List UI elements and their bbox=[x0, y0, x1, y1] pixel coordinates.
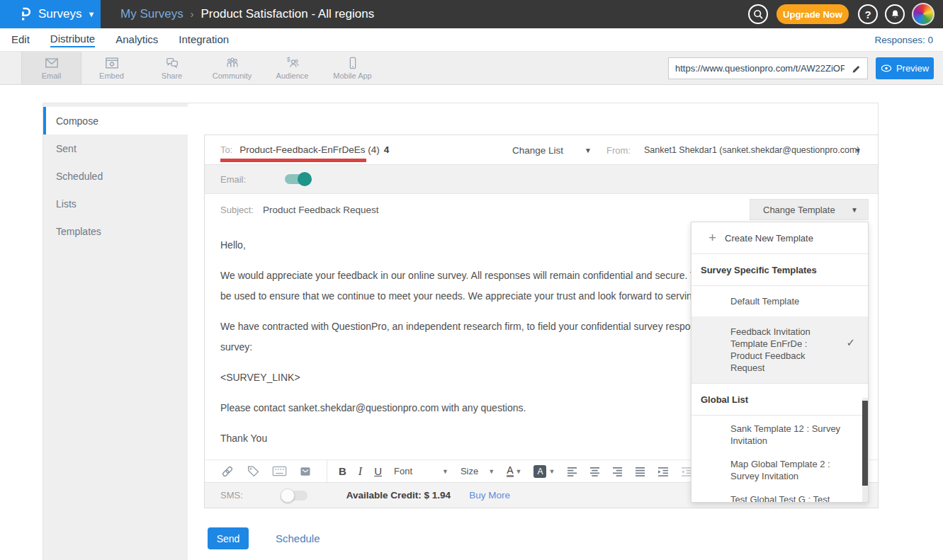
sms-toggle[interactable] bbox=[282, 491, 307, 501]
survey-url-box bbox=[668, 57, 868, 79]
subject-label: Subject: bbox=[220, 205, 254, 215]
schedule-link[interactable]: Schedule bbox=[276, 532, 320, 544]
create-new-template-item[interactable]: + Create New Template bbox=[691, 222, 868, 254]
breadcrumb-current: Product Satisfaction - All regions bbox=[201, 7, 374, 21]
link-icon bbox=[220, 464, 235, 479]
channel-share[interactable]: Share bbox=[142, 52, 202, 84]
align-center-button[interactable] bbox=[589, 467, 600, 476]
app: Surveys ▼ My Surveys › Product Satisfact… bbox=[0, 0, 943, 560]
template-item-sank-12[interactable]: Sank Template 12 : Survey Invitation bbox=[730, 423, 849, 447]
chevron-down-icon[interactable]: ▼ bbox=[854, 135, 862, 165]
tab-analytics[interactable]: Analytics bbox=[115, 33, 158, 47]
tab-edit[interactable]: Edit bbox=[11, 33, 30, 47]
preview-button[interactable]: Preview bbox=[876, 57, 934, 79]
insert-link-button[interactable] bbox=[220, 464, 235, 479]
sidebar-item-sent[interactable]: Sent bbox=[43, 135, 188, 162]
fill-color-glyph: A bbox=[533, 465, 546, 478]
change-list-label: Change List bbox=[512, 145, 563, 156]
sidebar-item-templates[interactable]: Templates bbox=[43, 217, 188, 245]
indent-icon bbox=[657, 467, 669, 476]
community-icon bbox=[225, 56, 240, 70]
distribute-toolbar: Email Embed Share Community bbox=[0, 52, 943, 85]
scrollbar-thumb[interactable] bbox=[862, 401, 868, 486]
from-sender-value[interactable]: Sanket1 Shekdar1 (sanket.shekdar@questio… bbox=[644, 135, 860, 165]
toggle-knob bbox=[298, 172, 312, 186]
edit-url-button[interactable] bbox=[846, 58, 867, 79]
top-header: Surveys ▼ My Surveys › Product Satisfact… bbox=[0, 0, 943, 28]
check-icon: ✓ bbox=[846, 336, 855, 348]
tab-integration[interactable]: Integration bbox=[179, 33, 229, 47]
sidebar-item-compose[interactable]: Compose bbox=[43, 107, 188, 135]
italic-button[interactable]: I bbox=[358, 465, 362, 478]
change-list-dropdown[interactable]: Change List ▼ bbox=[512, 135, 592, 165]
text-color-button[interactable]: A ▼ bbox=[507, 465, 521, 477]
upgrade-now-button[interactable]: Upgrade Now bbox=[777, 4, 849, 24]
email-toggle[interactable] bbox=[285, 174, 310, 184]
subject-row: Subject: Product Feedback Request Change… bbox=[205, 194, 878, 225]
channel-label: Community bbox=[213, 72, 252, 80]
questionpro-logo-icon bbox=[20, 6, 31, 23]
channel-mobile-app[interactable]: Mobile App bbox=[322, 52, 383, 84]
channel-label: Audience bbox=[276, 72, 309, 80]
available-credit: Available Credit: $ 1.94 bbox=[346, 490, 451, 501]
underline-button[interactable]: U bbox=[374, 465, 382, 477]
preview-label: Preview bbox=[896, 63, 929, 74]
chevron-down-icon: ▼ bbox=[548, 468, 555, 475]
channel-label: Email bbox=[42, 72, 62, 80]
align-justify-button[interactable] bbox=[635, 467, 645, 476]
font-family-select[interactable]: Font ▼ bbox=[394, 466, 448, 476]
align-left-button[interactable] bbox=[567, 467, 577, 476]
keyboard-button[interactable] bbox=[272, 465, 287, 477]
merge-tag-button[interactable] bbox=[247, 464, 260, 478]
email-preview-button[interactable] bbox=[299, 465, 312, 478]
email-toggle-label: Email: bbox=[220, 174, 246, 185]
sms-toggle-label: SMS: bbox=[220, 490, 243, 501]
template-item-test-global-g[interactable]: Test Global Test G : Test RAA G bbox=[730, 493, 849, 503]
user-avatar[interactable] bbox=[912, 3, 934, 25]
background-color-button[interactable]: A ▼ bbox=[533, 465, 555, 478]
breadcrumb-my-surveys[interactable]: My Surveys bbox=[120, 7, 183, 21]
sidebar-item-lists[interactable]: Lists bbox=[43, 190, 188, 217]
to-list-underline bbox=[220, 159, 366, 162]
chevron-down-icon: ▼ bbox=[516, 468, 522, 475]
survey-url-input[interactable] bbox=[669, 63, 846, 74]
tab-distribute[interactable]: Distribute bbox=[50, 33, 95, 47]
create-new-template-label: Create New Template bbox=[725, 233, 813, 244]
change-template-menu: + Create New Template Survey Specific Te… bbox=[691, 222, 869, 503]
mobile-phone-icon bbox=[345, 56, 361, 70]
font-size-select[interactable]: Size ▼ bbox=[461, 466, 495, 476]
chevron-down-icon: ▼ bbox=[851, 206, 858, 214]
audience-icon: $ bbox=[285, 56, 300, 70]
menu-scrollbar[interactable] bbox=[862, 398, 868, 503]
bold-button[interactable]: B bbox=[339, 465, 346, 477]
notifications-button[interactable] bbox=[885, 4, 905, 24]
send-button[interactable]: Send bbox=[208, 527, 249, 549]
question-mark-icon: ? bbox=[864, 8, 871, 21]
channel-email[interactable]: Email bbox=[21, 52, 81, 84]
indent-button[interactable] bbox=[657, 467, 669, 476]
template-item-feedback-invitation[interactable]: Feedback Invitation Template EnFrDe : Pr… bbox=[691, 316, 868, 384]
channel-community[interactable]: Community bbox=[202, 52, 262, 84]
product-switcher[interactable]: Surveys ▼ bbox=[0, 0, 101, 28]
template-item-default[interactable]: Default Template bbox=[691, 286, 868, 316]
subject-value[interactable]: Product Feedback Request bbox=[263, 205, 379, 215]
mail-image-icon bbox=[299, 465, 312, 478]
channel-embed[interactable]: Embed bbox=[81, 52, 142, 84]
buy-more-link[interactable]: Buy More bbox=[469, 490, 510, 501]
search-button[interactable] bbox=[748, 4, 768, 24]
product-menu-label: Surveys bbox=[38, 7, 81, 21]
global-template-list: Sank Template 12 : Survey Invitation Map… bbox=[691, 416, 868, 503]
channel-audience[interactable]: $ Audience bbox=[262, 52, 322, 84]
chevron-down-icon: ▼ bbox=[488, 468, 495, 475]
help-button[interactable]: ? bbox=[858, 4, 878, 24]
from-label: From: bbox=[606, 135, 631, 165]
align-right-button[interactable] bbox=[612, 467, 623, 476]
plus-icon: + bbox=[708, 230, 716, 246]
channel-label: Share bbox=[162, 72, 182, 80]
change-template-label: Change Template bbox=[763, 205, 835, 215]
change-template-button[interactable]: Change Template ▼ bbox=[750, 199, 869, 220]
sidebar-item-scheduled[interactable]: Scheduled bbox=[43, 162, 188, 190]
template-item-map-global-2[interactable]: Map Global Template 2 : Survey Invitatio… bbox=[730, 458, 849, 482]
email-toggle-row: Email: bbox=[205, 165, 878, 194]
recipient-row: To: Product-Feedback-EnFrDeEs (4) 4 Chan… bbox=[205, 135, 878, 165]
